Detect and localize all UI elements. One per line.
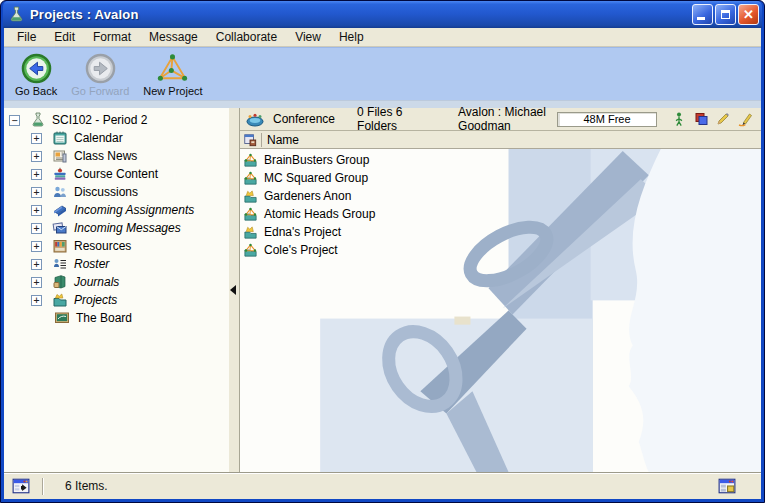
column-divider <box>261 133 262 147</box>
menu-item-help[interactable]: Help <box>330 28 373 46</box>
course-tree-panel: −SCI102 - Period 2+Calendar+Class News+C… <box>4 108 229 472</box>
tool-label: Go Back <box>15 85 57 97</box>
panel-toggle-icon[interactable] <box>12 477 30 495</box>
tree-label: Calendar <box>74 131 123 145</box>
list-item-cole-s-project[interactable]: Cole's Project <box>240 241 761 259</box>
expand-box-icon[interactable]: + <box>31 223 42 234</box>
project-crown-icon <box>243 225 258 240</box>
list-item-label: Gardeners Anon <box>264 189 351 203</box>
tree-label: Discussions <box>74 185 138 199</box>
name-column-header[interactable]: Name <box>240 131 761 149</box>
projects-icon <box>52 292 68 308</box>
tree-item-incoming-messages[interactable]: +Incoming Messages <box>4 219 229 237</box>
project-group-icon <box>243 153 258 168</box>
layout-toggle-icon[interactable] <box>718 477 736 495</box>
tree-item-the-board[interactable]: The Board <box>4 309 229 327</box>
go-forward-icon <box>85 53 116 84</box>
expand-box-icon[interactable]: + <box>31 241 42 252</box>
collapse-box-icon[interactable]: − <box>9 115 20 126</box>
pencil-icon[interactable] <box>715 111 731 127</box>
files-folders-count: 0 Files 6 Folders <box>357 105 418 133</box>
resources-icon <box>52 238 68 254</box>
tool-label: Go Forward <box>71 85 129 97</box>
tool-label: New Project <box>143 85 202 97</box>
windows-overlap-icon[interactable] <box>693 111 709 127</box>
menu-item-message[interactable]: Message <box>140 28 207 46</box>
expand-box-icon[interactable]: + <box>31 187 42 198</box>
list-item-gardeners-anon[interactable]: Gardeners Anon <box>240 187 761 205</box>
list-item-brainbusters-group[interactable]: BrainBusters Group <box>240 151 761 169</box>
menu-bar: FileEditFormatMessageCollaborateViewHelp <box>4 28 761 47</box>
tree-item-incoming-assignments[interactable]: +Incoming Assignments <box>4 201 229 219</box>
name-sort-icon <box>243 133 257 147</box>
expand-box-icon[interactable]: + <box>31 259 42 270</box>
new-project-button[interactable]: New Project <box>138 52 207 98</box>
course-content-icon <box>52 166 68 182</box>
incoming-messages-icon <box>52 220 68 236</box>
tree-item-roster[interactable]: +Roster <box>4 255 229 273</box>
collapse-arrow-icon[interactable] <box>230 285 236 295</box>
menu-item-file[interactable]: File <box>8 28 45 46</box>
tree-label: Projects <box>74 293 117 307</box>
tree-item-course-content[interactable]: +Course Content <box>4 165 229 183</box>
tree-item-resources[interactable]: +Resources <box>4 237 229 255</box>
tree-label: Resources <box>74 239 131 253</box>
list-item-atomic-heads-group[interactable]: Atomic Heads Group <box>240 205 761 223</box>
projects-panel: Conference 0 Files 6 Folders Avalon : Mi… <box>240 108 761 472</box>
main-content: −SCI102 - Period 2+Calendar+Class News+C… <box>4 108 761 472</box>
list-item-edna-s-project[interactable]: Edna's Project <box>240 223 761 241</box>
expand-box-icon[interactable]: + <box>31 133 42 144</box>
sign-pen-icon[interactable] <box>737 111 753 127</box>
expand-box-icon[interactable]: + <box>31 295 42 306</box>
flask-icon <box>30 112 46 128</box>
menu-item-edit[interactable]: Edit <box>45 28 84 46</box>
panel-splitter[interactable] <box>229 108 240 472</box>
menu-item-collaborate[interactable]: Collaborate <box>207 28 286 46</box>
go-back-button[interactable]: Go Back <box>10 52 62 98</box>
tree-item-discussions[interactable]: +Discussions <box>4 183 229 201</box>
title-bar[interactable]: Projects : Avalon ✕ <box>3 1 762 28</box>
tree-item-journals[interactable]: +Journals <box>4 273 229 291</box>
the-board-icon <box>54 310 70 326</box>
go-forward-button[interactable]: Go Forward <box>66 52 134 98</box>
expand-box-icon[interactable]: + <box>31 277 42 288</box>
class-news-icon <box>52 148 68 164</box>
discussions-icon <box>52 184 68 200</box>
server-user-label: Avalon : Michael Goodman <box>458 105 557 133</box>
expand-box-icon[interactable]: + <box>31 205 42 216</box>
conference-icon <box>245 110 265 128</box>
minimize-button[interactable] <box>692 4 713 25</box>
window-title: Projects : Avalon <box>30 7 139 22</box>
menu-item-view[interactable]: View <box>286 28 330 46</box>
tree-label: SCI102 - Period 2 <box>52 113 147 127</box>
list-item-label: BrainBusters Group <box>264 153 369 167</box>
member-icon[interactable] <box>671 111 687 127</box>
expand-box-icon[interactable]: + <box>31 151 42 162</box>
roster-icon <box>52 256 68 272</box>
tree-item-projects[interactable]: +Projects <box>4 291 229 309</box>
tree-label: Roster <box>74 257 109 271</box>
maximize-button[interactable] <box>715 4 736 25</box>
toolbar: Go BackGo ForwardNew Project <box>4 47 761 100</box>
free-space-gauge: 48M Free <box>557 112 657 127</box>
list-item-label: Cole's Project <box>264 243 338 257</box>
close-button[interactable]: ✕ <box>738 4 759 25</box>
expand-box-icon[interactable]: + <box>31 169 42 180</box>
conference-label: Conference <box>273 112 335 126</box>
tree-item-sci102-period-2[interactable]: −SCI102 - Period 2 <box>4 111 229 129</box>
list-item-mc-squared-group[interactable]: MC Squared Group <box>240 169 761 187</box>
tree-label: Incoming Messages <box>74 221 181 235</box>
app-window: Projects : Avalon ✕ FileEditFormatMessag… <box>0 0 765 503</box>
list-item-label: Edna's Project <box>264 225 341 239</box>
tree-item-calendar[interactable]: +Calendar <box>4 129 229 147</box>
menu-item-format[interactable]: Format <box>84 28 140 46</box>
app-flask-icon <box>8 6 25 23</box>
project-crown-icon <box>243 189 258 204</box>
tree-item-class-news[interactable]: +Class News <box>4 147 229 165</box>
tree-label: Class News <box>74 149 137 163</box>
free-space-label: 48M Free <box>583 113 630 125</box>
project-list-area: BrainBusters GroupMC Squared GroupGarden… <box>240 149 761 472</box>
tree-label: Journals <box>74 275 119 289</box>
conference-actions <box>671 111 753 127</box>
project-group-icon <box>243 207 258 222</box>
